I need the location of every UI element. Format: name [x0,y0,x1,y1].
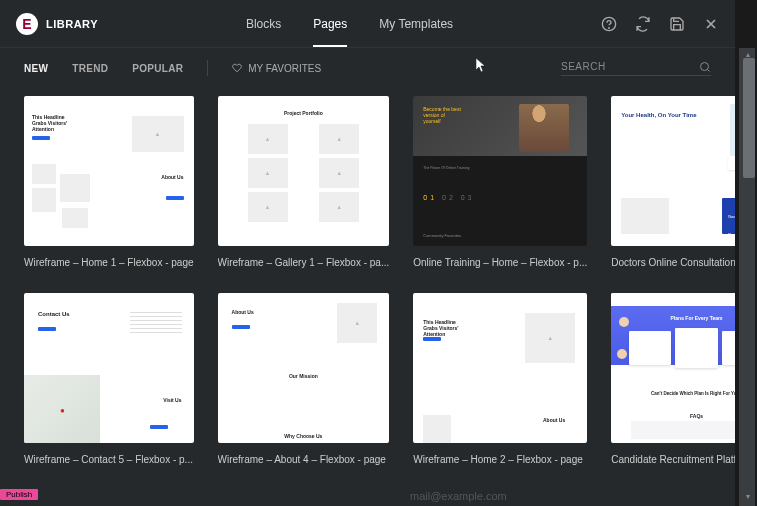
filter-divider [207,60,208,76]
tab-my-templates[interactable]: My Templates [379,1,453,47]
template-card: Project Portfolio Wireframe – Gallery 1 … [218,96,390,269]
template-thumbnail[interactable]: About Us Our Mission Why Choose Us [218,293,390,443]
heart-icon [232,63,242,73]
template-title: Doctors Online Consultation – Flexb... [611,256,735,269]
template-card: Your Health, On Your Time Goodbye Waitin… [611,96,735,269]
main-tabs: Blocks Pages My Templates [246,1,453,47]
template-thumbnail[interactable]: Plans For Every Team Can't Decide Which … [611,293,735,443]
tab-blocks[interactable]: Blocks [246,1,281,47]
template-thumbnail[interactable]: Become the best version of yourself The … [413,96,587,246]
svg-point-1 [609,27,610,28]
svg-point-2 [701,62,709,70]
save-icon[interactable] [669,16,685,32]
library-header: E LIBRARY Blocks Pages My Templates [0,0,735,48]
info-icon[interactable] [601,16,617,32]
search-wrap [561,61,711,76]
filter-bar: NEW TREND POPULAR MY FAVORITES [0,48,735,88]
logo-area: E LIBRARY [16,13,98,35]
template-card: This Headline Grabs Visitors' Attention … [413,293,587,466]
template-card: Contact Us ● Visit Us Wireframe – Contac… [24,293,194,466]
template-card: About Us Our Mission Why Choose Us Wiref… [218,293,390,466]
sync-icon[interactable] [635,16,651,32]
favorites-label: MY FAVORITES [248,63,321,74]
template-card: Become the best version of yourself The … [413,96,587,269]
template-thumbnail[interactable]: Contact Us ● Visit Us [24,293,194,443]
filter-new[interactable]: NEW [24,63,48,74]
template-title: Wireframe – About 4 – Flexbox - page [218,453,390,466]
header-actions [601,16,719,32]
map-pin-icon: ● [60,406,65,415]
email-ghost-text: mail@example.com [410,490,507,502]
template-grid: This Headline Grabs Visitors' Attention … [24,96,711,466]
template-title: Wireframe – Gallery 1 – Flexbox - pa... [218,256,390,269]
elementor-logo: E [16,13,38,35]
template-thumbnail[interactable]: Project Portfolio [218,96,390,246]
scroll-down-icon[interactable]: ▾ [743,492,753,502]
template-thumbnail[interactable]: Your Health, On Your Time Goodbye Waitin… [611,96,735,246]
filter-popular[interactable]: POPULAR [132,63,183,74]
scrollbar-thumb[interactable] [743,58,755,178]
search-icon[interactable] [699,61,711,73]
tab-pages[interactable]: Pages [313,1,347,47]
template-thumbnail[interactable]: This Headline Grabs Visitors' Attention … [413,293,587,443]
template-grid-wrap: This Headline Grabs Visitors' Attention … [0,88,735,506]
template-card: This Headline Grabs Visitors' Attention … [24,96,194,269]
template-title: Wireframe – Contact 5 – Flexbox - p... [24,453,194,466]
filter-trend[interactable]: TREND [72,63,108,74]
close-icon[interactable] [703,16,719,32]
template-thumbnail[interactable]: This Headline Grabs Visitors' Attention … [24,96,194,246]
template-title: Online Training – Home – Flexbox - p... [413,256,587,269]
my-favorites[interactable]: MY FAVORITES [232,63,321,74]
template-title: Wireframe – Home 2 – Flexbox - page [413,453,587,466]
template-title: Wireframe – Home 1 – Flexbox - page [24,256,194,269]
template-title: Candidate Recruitment Platform - pa... [611,453,735,466]
library-title: LIBRARY [46,18,98,30]
publish-badge[interactable]: Publish [0,489,38,500]
template-card: Plans For Every Team Can't Decide Which … [611,293,735,466]
search-input[interactable] [561,61,691,72]
